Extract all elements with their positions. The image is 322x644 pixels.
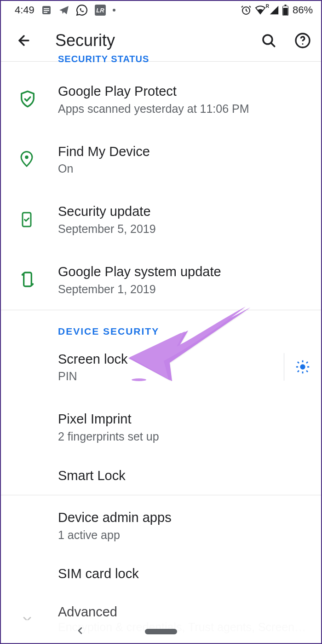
phone-check-icon (14, 210, 58, 229)
svg-rect-8 (284, 5, 286, 6)
phone-refresh-icon (14, 270, 58, 289)
item-title: Advanced (58, 604, 308, 620)
item-subtitle: September 5, 2019 (58, 222, 308, 236)
battery-percent: 86% (293, 4, 313, 16)
svg-point-12 (302, 43, 304, 45)
section-label-device-security: DEVICE SECURITY (1, 310, 321, 337)
alarm-icon (241, 5, 252, 16)
status-time: 4:49 (15, 4, 34, 16)
notification-telegram-icon (58, 5, 69, 16)
battery-icon (282, 5, 289, 16)
wifi-icon: R (254, 5, 266, 16)
item-title: Smart Lock (58, 467, 308, 485)
item-subtitle: September 1, 2019 (58, 283, 308, 296)
help-button[interactable] (293, 30, 313, 51)
item-screen-lock[interactable]: Screen lock PIN (1, 337, 284, 397)
notification-whatsapp-icon (76, 4, 88, 16)
item-title: Security update (58, 203, 308, 220)
item-subtitle: 2 fingerprints set up (58, 430, 308, 443)
svg-rect-2 (44, 10, 49, 11)
shield-check-icon (14, 90, 58, 108)
item-google-play-system-update[interactable]: Google Play system update September 1, 2… (1, 249, 321, 310)
page-title: Security (55, 31, 259, 50)
item-pixel-imprint[interactable]: Pixel Imprint 2 fingerprints set up (1, 397, 321, 457)
nav-back-button[interactable] (75, 625, 86, 638)
item-smart-lock[interactable]: Smart Lock (1, 457, 321, 495)
svg-rect-1 (44, 8, 49, 9)
item-security-update[interactable]: Security update September 5, 2019 (1, 189, 321, 249)
item-subtitle: PIN (58, 370, 271, 383)
search-button[interactable] (259, 30, 279, 51)
notification-overflow-icon (113, 9, 115, 12)
item-title: Pixel Imprint (58, 411, 308, 428)
svg-point-13 (25, 156, 29, 159)
svg-point-16 (301, 365, 305, 369)
item-title: Screen lock (58, 351, 271, 368)
item-title: Device admin apps (58, 509, 308, 527)
svg-rect-9 (283, 8, 288, 15)
notification-messages-icon (41, 5, 52, 16)
item-title: Google Play system update (58, 263, 308, 281)
screen-lock-settings-button[interactable] (293, 357, 313, 377)
item-subtitle: 1 active app (58, 528, 308, 542)
nav-home-pill[interactable] (145, 629, 177, 634)
item-find-my-device[interactable]: Find My Device On (1, 129, 321, 190)
svg-rect-3 (44, 12, 47, 13)
system-nav-bar (1, 620, 321, 643)
item-subtitle: On (58, 162, 308, 175)
location-pin-icon (14, 150, 58, 168)
item-google-play-protect[interactable]: Google Play Protect Apps scanned yesterd… (1, 64, 321, 129)
item-subtitle: Apps scanned yesterday at 11:06 PM (58, 102, 308, 116)
item-title: Google Play Protect (58, 83, 308, 100)
item-title: SIM card lock (58, 565, 308, 583)
item-sim-card-lock[interactable]: SIM card lock (1, 556, 321, 592)
back-button[interactable] (14, 30, 34, 51)
signal-icon (269, 5, 279, 15)
section-label-security-status: SECURITY STATUS (1, 55, 321, 64)
item-screen-lock-row: Screen lock PIN (1, 337, 321, 397)
notification-lr-icon: LR (94, 4, 106, 16)
svg-text:LR: LR (96, 7, 104, 14)
vertical-divider (284, 353, 284, 381)
item-title: Find My Device (58, 143, 308, 161)
status-bar: 4:49 LR R 86% (1, 1, 321, 19)
item-device-admin-apps[interactable]: Device admin apps 1 active app (1, 495, 321, 556)
svg-rect-15 (24, 273, 32, 286)
